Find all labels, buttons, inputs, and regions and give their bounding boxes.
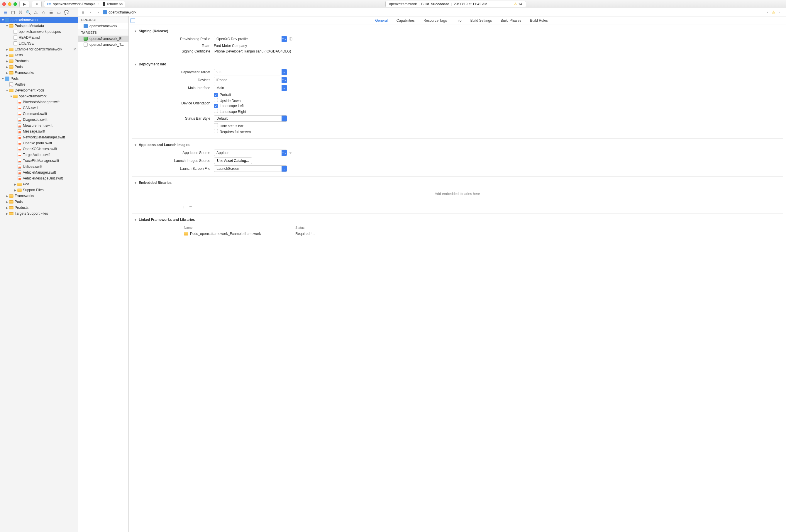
tree-row[interactable]: Utilities.swift [0, 164, 78, 169]
tree-row[interactable]: openxcframework.podspec [0, 29, 78, 34]
breakpoint-navigator-icon[interactable]: ▭ [55, 9, 62, 16]
requires-full-checkbox[interactable]: Requires full screen [214, 129, 251, 134]
project-row[interactable]: openxcframework [78, 23, 129, 29]
next-issue-icon[interactable]: › [777, 10, 783, 14]
tree-label: Pods [15, 200, 23, 204]
tree-row-project[interactable]: ▼ openxcframework [0, 17, 78, 23]
tree-row[interactable]: README.md [0, 34, 78, 41]
target-row[interactable]: openxcframework_T... [78, 42, 129, 47]
tree-row[interactable]: ▶ Products [0, 205, 78, 211]
activity-viewer[interactable]: openxcframework | Build Succeeded | 29/0… [385, 1, 526, 7]
run-button[interactable]: ▶ [19, 1, 29, 7]
test-navigator-icon[interactable]: ◇ [40, 9, 47, 16]
section-header[interactable]: ▼ Embedded Binaries [132, 180, 783, 186]
forward-icon[interactable]: › [95, 10, 101, 14]
tree-row[interactable]: ▶ Products [0, 58, 78, 64]
required-select[interactable]: Required ⌃⌄ [295, 232, 315, 236]
tree-row[interactable]: Podfile [0, 82, 78, 87]
target-row[interactable]: openxcframework_E... [78, 36, 129, 42]
use-asset-catalog-button[interactable]: Use Asset Catalog... [214, 158, 252, 164]
section-header[interactable]: ▼ Linked Frameworks and Libraries [132, 216, 783, 223]
issue-navigator-icon[interactable]: ⚠ [32, 9, 39, 16]
symbol-navigator-icon[interactable]: ⌘ [17, 9, 24, 16]
provisioning-profile-select[interactable]: OpenXC Dev profile ⌃⌄ [214, 36, 287, 42]
tree-row[interactable]: ▼ Development Pods [0, 87, 78, 93]
tree-row[interactable]: ▶ Tests [0, 52, 78, 58]
tab-build-rules[interactable]: Build Rules [530, 19, 548, 23]
devices-select[interactable]: iPhone ⌃⌄ [214, 77, 287, 83]
tree-row[interactable]: BluetoothManager.swift [0, 99, 78, 105]
jump-bar-path[interactable]: openxcframework [103, 10, 136, 14]
tree-row[interactable]: ▼ openxcframework [0, 93, 78, 99]
goto-icon[interactable]: ➜ [289, 151, 292, 155]
tree-row[interactable]: Diagnostic.swift [0, 117, 78, 122]
hide-status-checkbox[interactable]: Hide status bar [214, 123, 244, 128]
tree-row[interactable]: ▶ Pods [0, 64, 78, 70]
prev-issue-icon[interactable]: ‹ [765, 10, 771, 14]
tree-row[interactable]: ▼ Podspec Metadata [0, 23, 78, 29]
tree-row[interactable]: ▶ Frameworks [0, 193, 78, 199]
tab-resource-tags[interactable]: Resource Tags [423, 19, 447, 23]
tree-row[interactable]: Measurement.swift [0, 122, 78, 129]
tree-row[interactable]: ▶ Targets Support Files [0, 211, 78, 216]
panel-toggle-button[interactable] [129, 17, 137, 25]
tree-row[interactable]: ▶ Example for openxcframework M [0, 46, 78, 52]
find-navigator-icon[interactable]: 🔍 [25, 9, 32, 16]
remove-button[interactable]: − [189, 204, 192, 210]
targets-header: TARGETS [78, 29, 129, 36]
tree-row[interactable]: NetworkDataManager.swift [0, 134, 78, 140]
launch-screen-select[interactable]: LaunchScreen ⌄ [214, 165, 287, 172]
tab-build-settings[interactable]: Build Settings [470, 19, 492, 23]
main-interface-select[interactable]: Main ⌄ [214, 85, 287, 91]
debug-navigator-icon[interactable]: ☰ [47, 9, 54, 16]
tree-row[interactable]: ▶ Support Files [0, 187, 78, 193]
tree-row[interactable]: Command.swift [0, 111, 78, 117]
tree-row[interactable]: OpenXCClasses.swift [0, 146, 78, 152]
source-control-navigator-icon[interactable]: ◫ [9, 9, 17, 16]
scheme-selector[interactable]: XC openxcframework-Example 〉 iPhone 6s [44, 1, 125, 7]
orientation-landscape-left-checkbox[interactable]: ✓Landscape Left [214, 104, 244, 108]
project-navigator-icon[interactable]: ▤ [2, 9, 9, 16]
tree-row[interactable]: VehicleManager.swift [0, 169, 78, 176]
orientation-upside-checkbox[interactable]: Upside Down [214, 98, 240, 103]
info-icon[interactable]: ⓘ [289, 37, 293, 42]
close-icon[interactable] [2, 2, 6, 6]
tree-row[interactable]: LICENSE [0, 41, 78, 46]
section-title: Embedded Binaries [139, 181, 171, 185]
tree-label: Support Files [23, 188, 44, 192]
tree-row[interactable]: ▶ Frameworks [0, 70, 78, 76]
tree-row[interactable]: ▶ Pods [0, 199, 78, 205]
tab-capabilities[interactable]: Capabilities [396, 19, 415, 23]
tab-general[interactable]: General [375, 19, 388, 23]
related-items-icon[interactable]: ⊞ [80, 10, 86, 14]
statusbar-style-select[interactable]: Default ⌃⌄ [214, 115, 287, 122]
add-button[interactable]: ＋ [182, 204, 186, 210]
project-header: PROJECT [78, 17, 129, 23]
tree-row[interactable]: TraceFileManager.swift [0, 158, 78, 164]
tree-row-pods-project[interactable]: ▼ Pods [0, 76, 78, 82]
section-header[interactable]: ▼ Deployment Info [132, 61, 783, 67]
tree-row[interactable]: Message.swift [0, 129, 78, 134]
back-icon[interactable]: ‹ [88, 10, 94, 14]
tree-row[interactable]: VehicleMessageUnit.swift [0, 176, 78, 181]
tree-row[interactable]: CAN.swift [0, 105, 78, 111]
deployment-target-select[interactable]: 9.3 ⌄ [214, 69, 287, 75]
tab-info[interactable]: Info [456, 19, 462, 23]
table-row[interactable]: Pods_openxcframework_Example.framework R… [182, 231, 783, 237]
project-name: openxcframework [89, 24, 117, 28]
tree-row[interactable]: ▶ Pod [0, 181, 78, 187]
maximize-icon[interactable] [14, 2, 17, 6]
tab-build-phases[interactable]: Build Phases [501, 19, 521, 23]
app-icons-source-select[interactable]: AppIcon ⌃⌄ [214, 149, 287, 156]
tree-row[interactable]: Openxc.proto.swift [0, 140, 78, 146]
warning-badge[interactable]: ⚠ 14 [514, 2, 522, 6]
tree-label: Tests [15, 53, 23, 57]
section-header[interactable]: ▼ Signing (Release) [132, 28, 783, 34]
stop-button[interactable]: ■ [32, 1, 42, 7]
minimize-icon[interactable] [8, 2, 11, 6]
tree-row[interactable]: TargetAction.swift [0, 152, 78, 158]
report-navigator-icon[interactable]: 💬 [63, 9, 70, 16]
section-header[interactable]: ▼ App Icons and Launch Images [132, 142, 783, 148]
orientation-portrait-checkbox[interactable]: ✓Portrait [214, 93, 231, 97]
orientation-landscape-right-checkbox[interactable]: Landscape Right [214, 109, 246, 114]
